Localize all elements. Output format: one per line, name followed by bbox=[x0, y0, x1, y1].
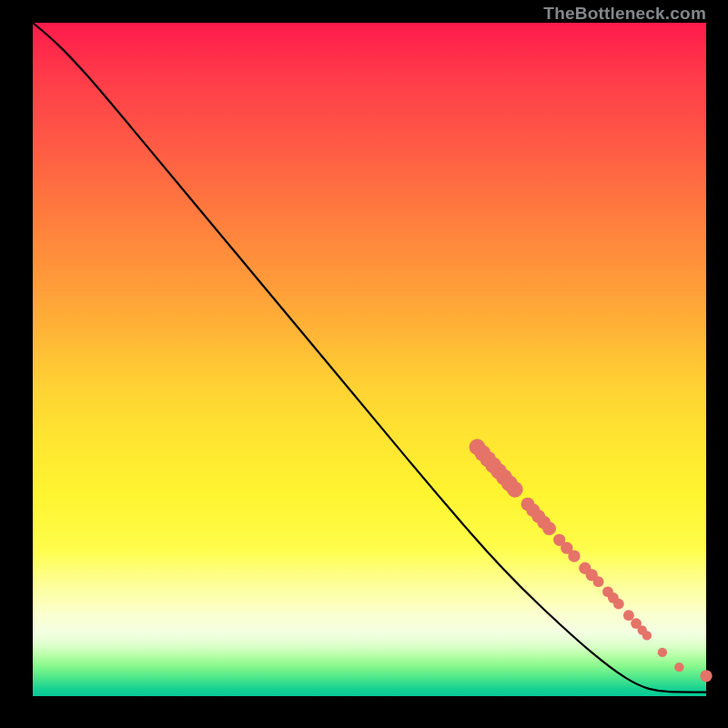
attribution-text: TheBottleneck.com bbox=[543, 4, 706, 24]
chart-marker bbox=[674, 662, 683, 672]
chart-svg bbox=[33, 23, 706, 696]
chart-marker bbox=[593, 576, 604, 587]
chart-marker bbox=[507, 481, 523, 498]
chart-plot-area bbox=[33, 23, 706, 696]
chart-marker-group bbox=[470, 439, 713, 682]
chart-marker bbox=[613, 599, 624, 610]
chart-marker bbox=[700, 670, 712, 682]
chart-marker bbox=[658, 648, 667, 657]
chart-marker bbox=[542, 521, 556, 535]
chart-marker bbox=[642, 631, 652, 640]
chart-marker bbox=[568, 550, 580, 561]
chart-marker bbox=[623, 610, 634, 621]
